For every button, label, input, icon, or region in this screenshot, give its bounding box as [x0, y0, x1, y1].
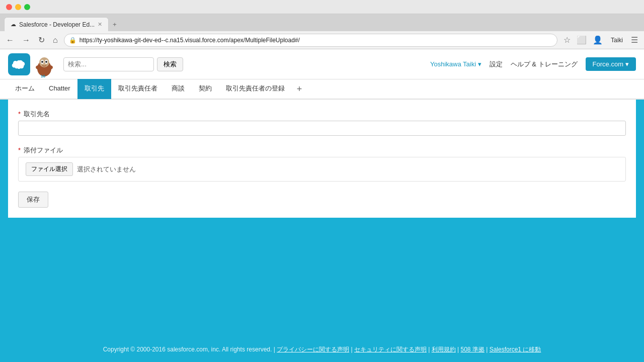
profile-icon[interactable]: 👤: [591, 34, 605, 46]
attachment-label: * 添付ファイル: [18, 146, 626, 155]
nav-tab-contacts[interactable]: 取引先責任者: [111, 79, 165, 99]
address-input[interactable]: [64, 34, 557, 47]
traffic-lights: [6, 4, 30, 10]
home-button[interactable]: ⌂: [51, 35, 60, 46]
save-button[interactable]: 保存: [18, 192, 48, 208]
svg-point-6: [36, 65, 41, 69]
forward-button[interactable]: →: [20, 35, 32, 46]
account-name-input[interactable]: [18, 121, 626, 136]
os-chrome-bar: [0, 0, 644, 14]
tab-close-button[interactable]: ✕: [98, 21, 102, 28]
traffic-light-red[interactable]: [6, 4, 12, 10]
sf-header-right: Yoshikawa Taiki ▾ 設定 ヘルプ & トレーニング Force.…: [430, 57, 636, 71]
chrome-tab-active[interactable]: ☁ Salesforce - Developer Ed... ✕: [4, 17, 109, 31]
chrome-tab-title: Salesforce - Developer Ed...: [19, 21, 95, 28]
footer-link-sf1[interactable]: Salesforce1 に移動: [490, 346, 541, 353]
chrome-right-icons: ☆ ⬜ 👤 Taiki ☰: [561, 34, 640, 46]
header-search-button[interactable]: 検索: [157, 57, 183, 71]
chrome-user-name: Taiki: [607, 37, 627, 44]
chrome-menu-icon[interactable]: ☰: [629, 34, 640, 46]
save-button-area: 保存: [18, 192, 626, 208]
nav-tab-accounts[interactable]: 取引先: [77, 79, 111, 99]
salesforce-logo-svg: [12, 59, 27, 69]
chrome-address-bar: ← → ↻ ⌂ 🔒 ☆ ⬜ 👤 Taiki ☰: [0, 31, 644, 49]
footer-link-security[interactable]: セキュリティに関する声明: [354, 346, 427, 353]
sf-search-area: 検索: [63, 57, 183, 71]
attachment-required-marker: *: [18, 146, 21, 154]
screen-icon[interactable]: ⬜: [575, 34, 589, 46]
footer-link-508[interactable]: 508 準拠: [461, 346, 485, 353]
sf-nav: ホーム Chatter 取引先 取引先責任者 商談 契約 取引先責任者の登録 +: [0, 79, 644, 100]
settings-link[interactable]: 設定: [490, 60, 503, 69]
main-content: * 取引先名 * 添付ファイル ファイル選択 選択されていません 保存: [8, 100, 636, 218]
sf-header: 16 検索 Yoshikawa Taiki ▾ 設定 ヘルプ & トレーニング …: [0, 49, 644, 79]
salesforce-logo: [8, 53, 30, 75]
footer-link-terms[interactable]: 利用規約: [432, 346, 456, 353]
reload-button[interactable]: ↻: [36, 34, 47, 46]
ssl-lock-icon: 🔒: [69, 37, 76, 44]
bookmark-icon[interactable]: ☆: [561, 34, 573, 46]
file-status-label: 選択されていません: [77, 165, 136, 174]
chrome-tab-bar: ☁ Salesforce - Developer Ed... ✕ +: [0, 14, 644, 31]
sf-footer: Copyright © 2000-2016 salesforce.com, in…: [0, 337, 644, 362]
user-profile-link[interactable]: Yoshikawa Taiki ▾: [430, 60, 481, 68]
tab-favicon: ☁: [11, 21, 16, 28]
page-content-area: * 取引先名 * 添付ファイル ファイル選択 選択されていません 保存: [0, 100, 644, 243]
traffic-light-green[interactable]: [24, 4, 30, 10]
mascot-svg: 16: [33, 53, 55, 78]
nav-tab-deals[interactable]: 商談: [165, 79, 192, 99]
force-com-button[interactable]: Force.com ▾: [586, 57, 636, 71]
sf-mascot: 16: [33, 53, 55, 75]
svg-point-4: [41, 61, 43, 63]
file-section: ファイル選択 選択されていません: [18, 157, 626, 182]
account-name-label: * 取引先名: [18, 110, 626, 119]
nav-tab-chatter[interactable]: Chatter: [42, 79, 77, 99]
file-choose-button[interactable]: ファイル選択: [26, 162, 73, 176]
required-marker: *: [18, 110, 21, 118]
nav-plus-button[interactable]: +: [292, 79, 307, 99]
help-training-link[interactable]: ヘルプ & トレーニング: [511, 60, 578, 69]
back-button[interactable]: ←: [4, 35, 16, 46]
svg-text:16: 16: [41, 74, 45, 78]
nav-tab-contracts[interactable]: 契約: [192, 79, 219, 99]
footer-link-privacy[interactable]: プライバシーに関する声明: [277, 346, 349, 353]
traffic-light-yellow[interactable]: [15, 4, 21, 10]
nav-tab-register[interactable]: 取引先責任者の登録: [219, 79, 292, 99]
svg-point-7: [48, 65, 53, 69]
attachment-group: * 添付ファイル ファイル選択 選択されていません: [18, 146, 626, 182]
force-btn-arrow: ▾: [625, 60, 629, 68]
new-tab-button[interactable]: +: [109, 17, 121, 31]
header-search-input[interactable]: [63, 57, 154, 71]
address-bar-area: 🔒: [64, 34, 557, 47]
svg-point-5: [45, 61, 47, 63]
footer-copyright: Copyright © 2000-2016 salesforce.com, in…: [103, 346, 275, 353]
nav-tab-home[interactable]: ホーム: [8, 79, 42, 99]
account-name-group: * 取引先名: [18, 110, 626, 136]
file-input-area: ファイル選択 選択されていません: [26, 162, 618, 176]
